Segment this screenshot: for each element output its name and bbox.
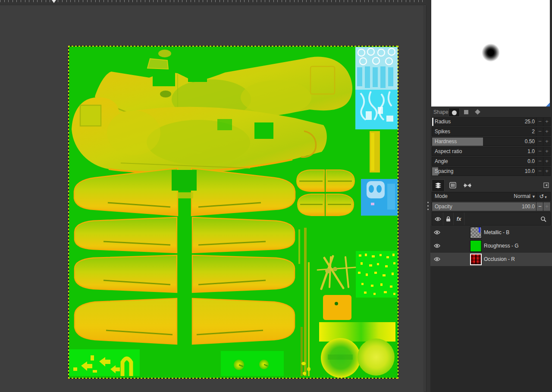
splitter-grip-icon [427,202,429,212]
tab-menu-button[interactable] [543,182,549,188]
scrollbar-thumb[interactable] [424,5,426,392]
layer-thumbnail[interactable] [470,254,482,265]
layer-attributes-header: fx [432,212,551,226]
search-icon [540,216,546,222]
slider-value: 2 [532,128,535,136]
ruler-position-marker [52,0,56,3]
visibility-toggle-header[interactable] [433,213,442,225]
decrement-button[interactable]: − [536,147,543,156]
layer-thumbnail[interactable] [470,227,482,238]
right-dock-panel: Shape: Radius 25.0 − + Spikes 2 − + Hard… [430,0,552,392]
slider-label: Hardness [435,138,457,146]
slider-angle[interactable]: Angle 0.0 − + [432,157,551,166]
mode-reset-button[interactable]: ↺▼ [536,192,550,201]
increment-button[interactable]: + [543,118,550,126]
image-layer-boundary [68,46,398,379]
canvas-image[interactable] [69,47,398,378]
increment-button[interactable]: + [543,157,550,166]
slider-radius[interactable]: Radius 25.0 − + [432,117,551,126]
fx-icon: fx [457,216,461,222]
slider-value: 0.50 [525,138,535,146]
slider-label: Spacing [435,167,453,176]
increment-button[interactable]: + [543,167,550,176]
slider-hardness[interactable]: Hardness 0.50 − + [432,137,551,146]
square-icon [464,110,468,114]
slider-label: Radius [435,118,451,126]
layer-list: Metallic - B Roughness - G Occlusion - R [430,226,552,392]
tab-layers[interactable] [432,179,445,191]
chevron-down-icon[interactable]: ▼ [532,192,536,201]
slider-aspect-ratio[interactable]: Aspect ratio 1.0 − + [432,147,551,156]
slider-spacing[interactable]: Spacing 10.0 − + [432,167,551,176]
diamond-icon [475,109,480,115]
decrement-button[interactable]: − [536,202,543,211]
lock-icon [446,216,451,222]
eye-icon [435,217,441,221]
mode-dropdown[interactable]: Normal [514,192,530,201]
canvas-viewport[interactable] [0,5,424,392]
divider [464,213,464,225]
preview-resize-grip-icon[interactable] [546,103,550,107]
tab-paths[interactable] [461,179,474,191]
layer-thumbnail[interactable] [470,240,482,252]
layer-row-roughness[interactable]: Roughness - G [430,239,552,253]
slider-label: Angle [435,157,448,166]
slider-label: Aspect ratio [435,147,462,156]
visibility-eye-icon[interactable] [434,230,440,236]
shape-label: Shape: [433,108,450,117]
visibility-eye-icon[interactable] [434,243,440,249]
slider-value: 25.0 [525,118,535,126]
texture-shapes [69,47,398,378]
decrement-button[interactable]: − [536,128,543,136]
layer-row-metallic[interactable]: Metallic - B [430,226,552,239]
increment-button[interactable]: + [543,147,550,156]
increment-button[interactable]: + [543,138,550,146]
layer-name[interactable]: Roughness - G [484,243,519,249]
shape-diamond-button[interactable] [472,108,483,117]
lock-header[interactable] [443,213,453,225]
layer-boundary-bottom [68,378,398,379]
horizontal-ruler[interactable] [0,0,430,5]
opacity-slider[interactable]: Opacity 100.0 − + [432,202,551,211]
decrement-button[interactable]: − [536,138,543,146]
brush-preview[interactable] [431,0,550,107]
layer-name[interactable]: Occlusion - R [484,256,515,262]
gimp-window: Shape: Radius 25.0 − + Spikes 2 − + Hard… [0,0,552,392]
effects-header[interactable]: fx [454,213,464,225]
paths-icon [464,182,471,188]
layer-search-button[interactable] [539,213,548,225]
reset-icon: ↺ [539,193,544,200]
layer-boundary-right [398,46,398,379]
tab-menu-icon [543,182,549,188]
slider-value: 0.0 [527,157,535,166]
brush-shape-dot [481,43,500,62]
shape-square-button[interactable] [461,108,472,117]
shape-circle-button[interactable] [448,108,460,117]
visibility-eye-icon[interactable] [434,257,440,263]
layer-mode-row: Mode Normal ▼ ↺▼ [432,192,551,201]
slider-fill [432,118,433,126]
tab-channels[interactable] [446,179,459,191]
decrement-button[interactable]: − [536,118,543,126]
opacity-value: 100.0 [522,202,535,211]
dock-splitter[interactable] [426,0,430,392]
layer-row-occlusion[interactable]: Occlusion - R [430,253,552,266]
brush-shape-row: Shape: [432,108,551,117]
mode-label: Mode [435,192,448,201]
slider-value: 1.0 [527,147,535,156]
dock-resize-grip[interactable] [430,176,552,178]
decrement-button[interactable]: − [536,157,543,166]
circle-icon [452,110,457,115]
decrement-button[interactable]: − [536,167,543,176]
increment-button[interactable]: + [543,128,550,136]
layer-name[interactable]: Metallic - B [484,229,509,235]
thumbnail-detail [479,227,480,232]
chevron-down-icon: ▼ [544,195,547,199]
slider-label: Spikes [435,128,450,136]
dock-tab-bar [430,179,552,191]
channels-icon [449,182,456,188]
slider-spikes[interactable]: Spikes 2 − + [432,127,551,136]
layers-icon [434,182,442,189]
opacity-label: Opacity [435,202,452,211]
increment-button[interactable]: + [543,202,550,211]
